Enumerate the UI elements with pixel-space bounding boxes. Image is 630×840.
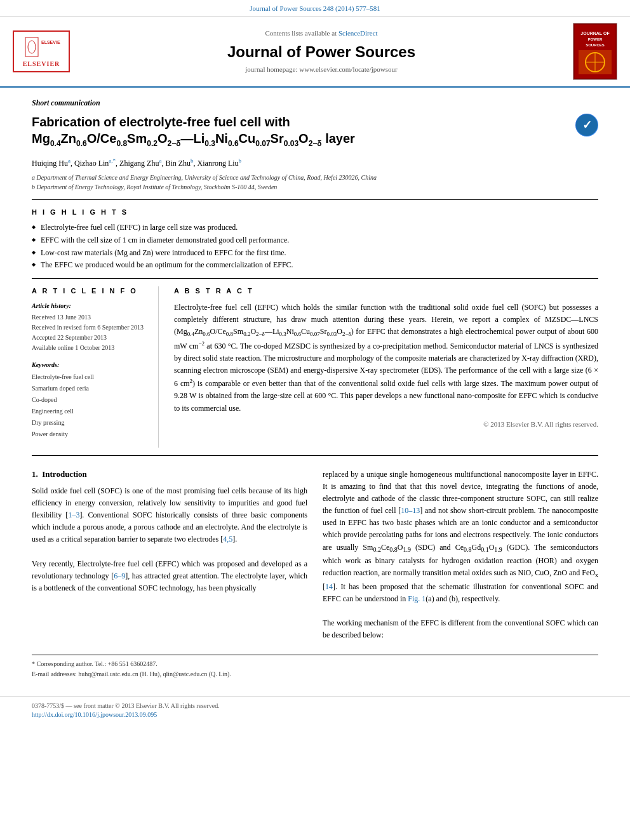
affiliation-a: a Department of Thermal Science and Ener… bbox=[32, 173, 598, 182]
introduction-left-col: 1. Introduction Solid oxide fuel cell (S… bbox=[32, 469, 307, 642]
history-label: Article history: bbox=[32, 302, 148, 310]
footnotes-section: * Corresponding author. Tel.: +86 551 63… bbox=[32, 655, 598, 679]
article-type: Short communication bbox=[32, 98, 598, 109]
highlights-title: H I G H L I G H T S bbox=[32, 208, 598, 217]
highlights-section: H I G H L I G H T S Electrolyte-free fue… bbox=[32, 208, 598, 271]
journal-ref-text: Journal of Power Sources 248 (2014) 577–… bbox=[250, 4, 380, 12]
svg-text:POWER: POWER bbox=[588, 37, 603, 41]
footer-issn: 0378-7753/$ — see front matter © 2013 El… bbox=[32, 702, 598, 710]
article-title-block: ✓ Fabrication of electrolyte-free fuel c… bbox=[32, 114, 598, 149]
sciencedirect-line: Contents lists available at ScienceDirec… bbox=[83, 29, 560, 38]
journal-title: Journal of Power Sources bbox=[83, 41, 560, 63]
journal-header: ELSEVIER ELSEVIER Contents lists availab… bbox=[0, 17, 630, 88]
crossmark-container: ✓ bbox=[575, 114, 598, 137]
article-info-title: A R T I C L E I N F O bbox=[32, 286, 148, 296]
introduction-columns: 1. Introduction Solid oxide fuel cell (S… bbox=[32, 469, 598, 642]
svg-point-2 bbox=[28, 41, 36, 53]
info-abstract-columns: A R T I C L E I N F O Article history: R… bbox=[32, 286, 598, 447]
svg-text:SOURCES: SOURCES bbox=[586, 43, 605, 47]
footer-bar: 0378-7753/$ — see front matter © 2013 El… bbox=[0, 696, 630, 724]
elsevier-text: ELSEVIER bbox=[23, 60, 60, 69]
email-note: E-mail addresses: huhq@mail.ustc.edu.cn … bbox=[32, 669, 598, 679]
highlight-item-3: Low-cost raw materials (Mg and Zn) were … bbox=[32, 248, 598, 258]
elsevier-logo: ELSEVIER ELSEVIER bbox=[13, 30, 70, 72]
highlight-item-1: Electrolyte-free fuel cell (EFFC) in lar… bbox=[32, 222, 598, 233]
intro-right-text: replaced by a unique single homogeneous … bbox=[323, 469, 598, 642]
divider-2 bbox=[32, 278, 598, 279]
svg-text:✓: ✓ bbox=[582, 119, 592, 131]
corresponding-note: * Corresponding author. Tel.: +86 551 63… bbox=[32, 659, 598, 669]
introduction-right-col: replaced by a unique single homogeneous … bbox=[323, 469, 598, 642]
sciencedirect-link[interactable]: ScienceDirect bbox=[338, 29, 378, 37]
abstract-column: A B S T R A C T Electrolyte-free fuel ce… bbox=[174, 286, 598, 447]
svg-text:ELSEVIER: ELSEVIER bbox=[41, 40, 60, 44]
authors-line: Huiqing Hua, Qizhao Lina,*, Zhigang Zhua… bbox=[32, 157, 598, 169]
main-content: Short communication ✓ Fabrication of ele… bbox=[0, 88, 630, 689]
journal-center: Contents lists available at ScienceDirec… bbox=[83, 29, 560, 74]
section-1-title: 1. Introduction bbox=[32, 469, 307, 480]
footer-doi: http://dx.doi.org/10.1016/j.jpowsour.201… bbox=[32, 710, 598, 719]
crossmark-icon: ✓ bbox=[575, 114, 598, 137]
intro-left-text: Solid oxide fuel cell (SOFC) is one of t… bbox=[32, 485, 307, 595]
journal-homepage: journal homepage: www.elsevier.com/locat… bbox=[83, 65, 560, 74]
introduction-section: 1. Introduction Solid oxide fuel cell (S… bbox=[32, 469, 598, 642]
abstract-text: Electrolyte-free fuel cell (EFFC) which … bbox=[174, 302, 598, 415]
abstract-title: A B S T R A C T bbox=[174, 286, 598, 296]
keywords-block: Keywords: Electrolyte-free fuel cell Sam… bbox=[32, 361, 148, 440]
keywords-label: Keywords: bbox=[32, 361, 148, 370]
affiliation-b: b Department of Energy Technology, Royal… bbox=[32, 182, 598, 192]
keywords-list: Electrolyte-free fuel cell Samarium dope… bbox=[32, 371, 148, 440]
article-title: Fabrication of electrolyte-free fuel cel… bbox=[32, 114, 598, 149]
highlight-item-4: The EFFC we produced would be an optimum… bbox=[32, 260, 598, 270]
divider-3 bbox=[32, 455, 598, 456]
article-history-text: Received 13 June 2013 Received in revise… bbox=[32, 312, 148, 353]
svg-text:JOURNAL OF: JOURNAL OF bbox=[580, 31, 610, 36]
doi-link[interactable]: http://dx.doi.org/10.1016/j.jpowsour.201… bbox=[32, 711, 157, 718]
highlight-item-2: EFFC with the cell size of 1 cm in diame… bbox=[32, 235, 598, 246]
affiliations-block: a Department of Thermal Science and Ener… bbox=[32, 173, 598, 192]
divider-1 bbox=[32, 199, 598, 200]
journal-cover-image: JOURNAL OF POWER SOURCES bbox=[573, 23, 617, 80]
copyright-text: © 2013 Elsevier B.V. All rights reserved… bbox=[174, 420, 598, 429]
highlights-list: Electrolyte-free fuel cell (EFFC) in lar… bbox=[32, 222, 598, 270]
article-history-block: Article history: Received 13 June 2013 R… bbox=[32, 302, 148, 353]
journal-reference: Journal of Power Sources 248 (2014) 577–… bbox=[0, 0, 630, 17]
article-info-column: A R T I C L E I N F O Article history: R… bbox=[32, 286, 159, 447]
